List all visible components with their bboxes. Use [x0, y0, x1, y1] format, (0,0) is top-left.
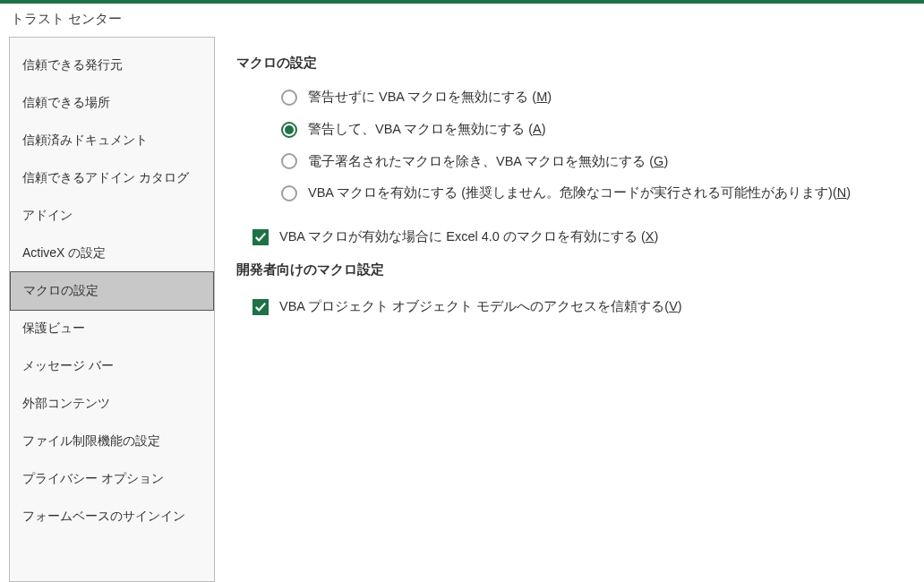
trust-center-window: トラスト センター 信頼できる発行元信頼できる場所信頼済みドキュメント信頼できる…	[0, 0, 924, 582]
radio-icon	[281, 122, 297, 138]
radio-label: 警告して、VBA マクロを無効にする (A)	[308, 120, 546, 140]
checkbox-label: VBA プロジェクト オブジェクト モデルへのアクセスを信頼する(V)	[279, 298, 682, 315]
checkbox-icon	[252, 229, 269, 245]
radio-option[interactable]: 警告せずに VBA マクロを無効にする (M)	[281, 88, 903, 107]
sidebar-item[interactable]: メッセージ バー	[10, 347, 214, 385]
sidebar-item[interactable]: 信頼できる場所	[10, 84, 214, 122]
sidebar-item[interactable]: 外部コンテンツ	[10, 385, 214, 423]
radio-icon	[281, 153, 297, 169]
sidebar-item[interactable]: プライバシー オプション	[10, 460, 214, 498]
radio-option[interactable]: VBA マクロを有効にする (推奨しません。危険なコードが実行される可能性があり…	[281, 184, 903, 203]
content-panel: マクロの設定 警告せずに VBA マクロを無効にする (M)警告して、VBA マ…	[215, 37, 924, 582]
checkbox-label: VBA マクロが有効な場合に Excel 4.0 のマクロを有効にする (X)	[279, 228, 658, 245]
macro-radio-group: 警告せずに VBA マクロを無効にする (M)警告して、VBA マクロを無効にす…	[236, 88, 903, 203]
body-area: 信頼できる発行元信頼できる場所信頼済みドキュメント信頼できるアドイン カタログア…	[0, 37, 924, 582]
sidebar-item[interactable]: 信頼できる発行元	[10, 47, 214, 84]
sidebar-item[interactable]: 信頼できるアドイン カタログ	[10, 159, 214, 197]
section-heading-macro-settings: マクロの設定	[236, 55, 903, 72]
sidebar-item[interactable]: ActiveX の設定	[10, 235, 214, 272]
radio-label: 警告せずに VBA マクロを無効にする (M)	[308, 88, 552, 107]
checkbox-trust-vba-project[interactable]: VBA プロジェクト オブジェクト モデルへのアクセスを信頼する(V)	[236, 298, 903, 315]
checkbox-icon	[252, 299, 269, 315]
sidebar-item[interactable]: 信頼済みドキュメント	[10, 122, 214, 159]
section-heading-developer-macro: 開発者向けのマクロ設定	[236, 261, 903, 278]
radio-option[interactable]: 電子署名されたマクロを除き、VBA マクロを無効にする (G)	[281, 152, 903, 172]
sidebar: 信頼できる発行元信頼できる場所信頼済みドキュメント信頼できるアドイン カタログア…	[9, 37, 215, 582]
radio-icon	[281, 185, 297, 201]
sidebar-item[interactable]: ファイル制限機能の設定	[10, 423, 214, 460]
sidebar-item[interactable]: アドイン	[10, 197, 214, 235]
radio-option[interactable]: 警告して、VBA マクロを無効にする (A)	[281, 120, 903, 140]
radio-label: 電子署名されたマクロを除き、VBA マクロを無効にする (G)	[308, 152, 668, 172]
radio-icon	[281, 90, 297, 106]
window-title: トラスト センター	[0, 4, 924, 37]
sidebar-item[interactable]: マクロの設定	[10, 271, 214, 311]
radio-label: VBA マクロを有効にする (推奨しません。危険なコードが実行される可能性があり…	[308, 184, 851, 203]
sidebar-item[interactable]: フォームベースのサインイン	[10, 498, 214, 535]
sidebar-item[interactable]: 保護ビュー	[10, 310, 214, 347]
checkbox-excel4-macros[interactable]: VBA マクロが有効な場合に Excel 4.0 のマクロを有効にする (X)	[236, 228, 903, 245]
